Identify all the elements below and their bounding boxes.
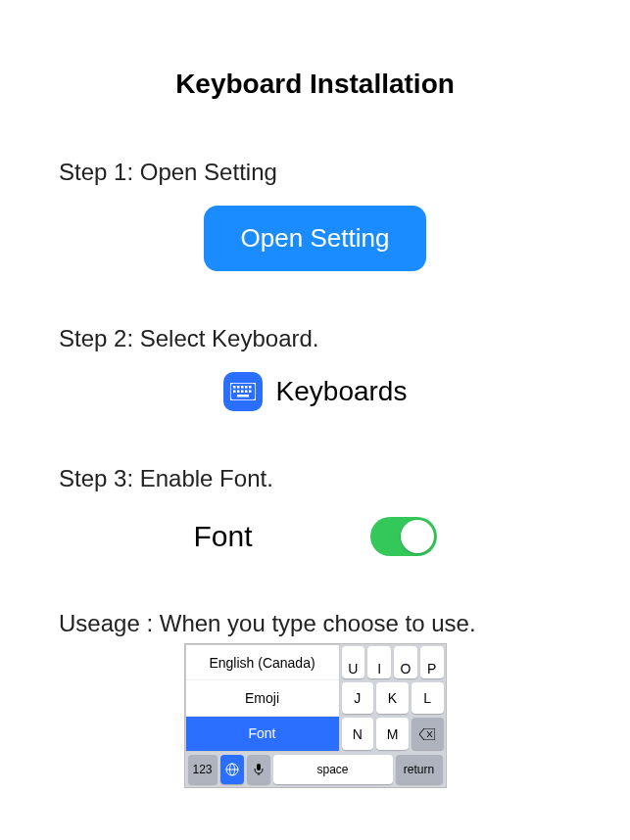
key-j[interactable]: J bbox=[342, 682, 374, 715]
menu-item-english[interactable]: English (Canada) bbox=[186, 645, 339, 680]
step-2: Step 2: Select Keyboard. Keyboards bbox=[49, 325, 581, 411]
keyboards-label: Keyboards bbox=[276, 376, 408, 407]
svg-rect-5 bbox=[249, 386, 252, 389]
svg-rect-4 bbox=[245, 386, 248, 389]
font-toggle[interactable] bbox=[370, 517, 437, 556]
key-k[interactable]: K bbox=[376, 682, 409, 715]
step-3-label: Step 3: Enable Font. bbox=[59, 465, 581, 492]
key-l[interactable]: L bbox=[412, 682, 444, 715]
step-3: Step 3: Enable Font. Font bbox=[49, 465, 581, 556]
page-title: Keyboard Installation bbox=[49, 69, 581, 100]
font-label: Font bbox=[193, 520, 252, 553]
keyboards-row[interactable]: Keyboards bbox=[49, 372, 581, 411]
svg-rect-6 bbox=[233, 391, 236, 394]
font-row: Font bbox=[49, 517, 581, 556]
menu-item-font[interactable]: Font bbox=[186, 717, 339, 751]
space-key[interactable]: space bbox=[273, 755, 393, 784]
svg-rect-7 bbox=[237, 391, 240, 394]
usage-section: Useage : When you type choose to use. En… bbox=[49, 610, 581, 788]
svg-rect-11 bbox=[237, 395, 249, 397]
key-i[interactable]: I bbox=[367, 646, 391, 678]
key-u[interactable]: U bbox=[342, 646, 365, 678]
svg-rect-3 bbox=[241, 386, 244, 389]
delete-key[interactable] bbox=[412, 718, 444, 750]
return-key[interactable]: return bbox=[396, 755, 443, 784]
svg-rect-9 bbox=[245, 391, 248, 394]
keyboard-preview: English (Canada) Emoji Font U I O P J K … bbox=[184, 643, 447, 788]
menu-item-emoji[interactable]: Emoji bbox=[186, 680, 339, 716]
svg-rect-2 bbox=[237, 386, 240, 389]
step-1: Step 1: Open Setting Open Setting bbox=[49, 159, 581, 271]
usage-label: Useage : When you type choose to use. bbox=[59, 610, 581, 637]
keyboard-icon bbox=[223, 372, 263, 411]
key-123[interactable]: 123 bbox=[188, 755, 218, 784]
step-1-label: Step 1: Open Setting bbox=[59, 159, 581, 186]
svg-rect-1 bbox=[233, 386, 236, 389]
key-o[interactable]: O bbox=[394, 646, 417, 678]
key-p[interactable]: P bbox=[420, 646, 444, 678]
svg-rect-8 bbox=[241, 391, 244, 394]
key-m[interactable]: M bbox=[376, 718, 409, 750]
keyboard-language-menu: English (Canada) Emoji Font bbox=[185, 644, 340, 752]
globe-key[interactable] bbox=[220, 755, 244, 784]
mic-key[interactable] bbox=[247, 755, 270, 784]
key-n[interactable]: N bbox=[342, 718, 374, 750]
open-setting-button[interactable]: Open Setting bbox=[204, 206, 427, 271]
toggle-knob bbox=[401, 520, 434, 553]
svg-rect-10 bbox=[249, 391, 252, 394]
step-2-label: Step 2: Select Keyboard. bbox=[59, 325, 581, 352]
svg-rect-15 bbox=[257, 764, 261, 770]
